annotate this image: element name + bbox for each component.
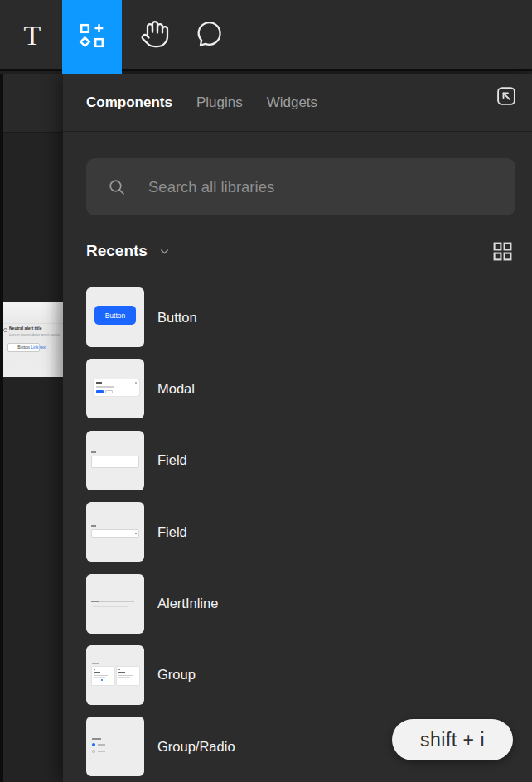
popout-button[interactable] bbox=[495, 86, 518, 109]
chevron-down-icon[interactable] bbox=[158, 245, 171, 258]
mini-button: Button bbox=[94, 306, 136, 325]
assets-panel: Components Plugins Widgets bbox=[63, 74, 532, 782]
list-item-field-select[interactable]: Field bbox=[86, 502, 515, 562]
component-name: Field bbox=[157, 524, 187, 540]
canvas-top-shade bbox=[0, 74, 63, 132]
mini-modal bbox=[94, 379, 139, 396]
tab-widgets[interactable]: Widgets bbox=[267, 94, 317, 111]
search-input[interactable] bbox=[148, 178, 502, 196]
button-thumbnail: Button bbox=[86, 287, 144, 347]
list-item-modal[interactable]: Modal bbox=[86, 359, 515, 418]
assets-tool-button[interactable] bbox=[62, 0, 122, 74]
component-name: Button bbox=[157, 310, 197, 326]
recents-header: Recents bbox=[86, 240, 515, 262]
list-item-group[interactable]: Group bbox=[86, 645, 515, 705]
group-radio-thumbnail bbox=[86, 717, 144, 776]
canvas-alert-component[interactable]: Neutral alert title Lorem ipsum dolor am… bbox=[0, 302, 63, 377]
radio-unselected-dot bbox=[92, 750, 95, 753]
alertinline-thumbnail bbox=[86, 574, 144, 634]
field-select-thumbnail bbox=[86, 502, 144, 562]
component-list: Button Button Modal bbox=[86, 287, 515, 782]
component-name: AlertInline bbox=[157, 596, 218, 611]
figma-window: T bbox=[0, 0, 532, 782]
panel-tabs: Components Plugins Widgets bbox=[86, 74, 317, 132]
alert-title: Neutral alert title bbox=[9, 326, 63, 331]
screen-edge bbox=[0, 74, 3, 782]
text-tool-icon: T bbox=[24, 22, 41, 50]
toolbar: T bbox=[0, 0, 532, 71]
alert-link: → Link text bbox=[26, 345, 59, 350]
alert-top-border bbox=[0, 323, 63, 324]
modal-thumbnail bbox=[86, 359, 144, 418]
list-item-field-input[interactable]: Field bbox=[86, 431, 515, 490]
field-input-thumbnail bbox=[86, 431, 144, 490]
search-bar bbox=[86, 158, 515, 215]
component-name: Group/Radio bbox=[157, 739, 235, 755]
components-icon bbox=[78, 22, 106, 53]
hand-icon bbox=[140, 19, 170, 52]
canvas-background[interactable]: Neutral alert title Lorem ipsum dolor am… bbox=[0, 74, 63, 782]
list-item-alertinline[interactable]: AlertInline bbox=[86, 574, 515, 634]
text-tool-button[interactable]: T bbox=[14, 0, 51, 71]
comment-tool-button[interactable] bbox=[189, 0, 229, 71]
recents-dropdown[interactable]: Recents bbox=[86, 242, 148, 260]
group-thumbnail bbox=[86, 645, 144, 705]
canvas-divider-line bbox=[0, 132, 63, 133]
tab-components[interactable]: Components bbox=[86, 94, 172, 111]
list-item-button[interactable]: Button Button bbox=[86, 287, 515, 347]
grid-view-toggle[interactable] bbox=[491, 240, 513, 262]
info-icon bbox=[3, 328, 7, 332]
hand-tool-button[interactable] bbox=[135, 0, 175, 71]
panel-header: Components Plugins Widgets bbox=[63, 74, 532, 132]
shortcut-hint-text: shift + i bbox=[420, 729, 485, 751]
shortcut-hint-badge: shift + i bbox=[392, 719, 513, 760]
radio-selected-dot bbox=[92, 743, 95, 746]
alert-body-text: Lorem ipsum dolor amet conse bbox=[9, 333, 65, 337]
tab-plugins[interactable]: Plugins bbox=[196, 94, 243, 111]
component-name: Modal bbox=[157, 381, 195, 397]
search-icon bbox=[107, 177, 127, 197]
component-name: Group bbox=[157, 667, 196, 683]
comment-bubble-icon bbox=[194, 19, 224, 52]
arrow-up-left-icon bbox=[495, 84, 518, 111]
component-name: Field bbox=[157, 452, 187, 468]
